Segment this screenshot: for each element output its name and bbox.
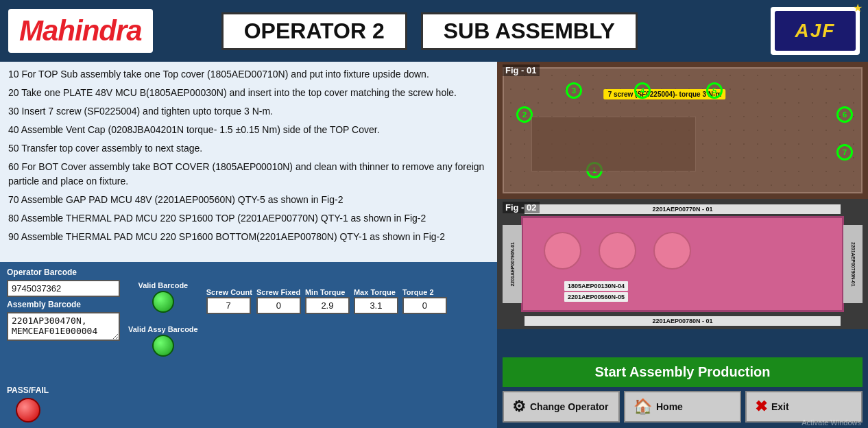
exit-icon: ✖ — [755, 398, 767, 416]
ajf-text: AJF — [795, 20, 836, 42]
valid-barcode-group: Valid Barcode — [128, 281, 198, 313]
valid-assy-barcode-indicator — [152, 335, 174, 357]
ajf-bg: AJF ★ — [775, 11, 856, 51]
screw-count-input[interactable] — [206, 297, 251, 314]
valid-assy-barcode-label: Valid Assy Barcode — [128, 325, 198, 333]
circle-pad-1 — [544, 232, 581, 270]
torque2-input[interactable] — [402, 297, 447, 314]
change-operator-button[interactable]: ⚙ Change Operator — [503, 391, 620, 423]
assembly-barcode-input[interactable]: 2201AP300470N, MEMCEAF01E000004 — [7, 312, 120, 341]
fig01-label: Fig - 01 — [503, 64, 540, 76]
circle-pad-3 — [653, 232, 691, 270]
pass-fail-indicator — [16, 398, 40, 423]
home-button[interactable]: 🏠 Home — [624, 391, 741, 423]
right-panel: Fig - 01 7 screw (SF0225004)- torque 3 N… — [497, 62, 868, 428]
fig02-label: Fig - 02 — [503, 202, 540, 213]
screw-fixed-group: Screw Fixed — [256, 288, 301, 314]
screw-fixed-input[interactable] — [256, 297, 301, 314]
mahindra-logo: Mahindra — [8, 9, 153, 53]
operator-label: OPERATOR 2 — [221, 12, 407, 50]
instruction-line-8: 80 Assemble THERMAL PAD MCU 220 SP1600 T… — [8, 211, 489, 226]
start-assembly-button[interactable]: Start Assembly Production — [503, 357, 863, 387]
image-section: Fig - 01 7 screw (SF0225004)- torque 3 N… — [497, 62, 868, 352]
min-torque-label: Min Torque — [305, 288, 350, 296]
assembly-barcode-label: Assembly Barcode — [7, 300, 120, 309]
screw-marker-6: 6 — [836, 106, 853, 123]
change-operator-label: Change Operator — [530, 401, 608, 412]
min-torque-group: Min Torque — [305, 288, 350, 314]
instructions-panel: 10 For TOP Sub assembly take one Top cov… — [0, 62, 497, 428]
instruction-line-2: 20 Take one PLATE 48V MCU B(1805AEP00030… — [8, 86, 489, 100]
activate-windows-text: Activate Windows — [801, 418, 861, 427]
action-buttons: Start Assembly Production ⚙ Change Opera… — [497, 352, 868, 428]
header: Mahindra OPERATOR 2 SUB ASSEMBLY AJF ★ — [0, 0, 868, 62]
pad-label1: 2201AEP00560N-05 — [564, 292, 628, 302]
screw-fixed-label: Screw Fixed — [256, 288, 301, 296]
valid-barcode-label: Valid Barcode — [138, 281, 188, 289]
screw-count-label: Screw Count — [206, 288, 252, 296]
screw-marker-7: 7 — [836, 144, 853, 160]
valid-barcode-indicator — [152, 291, 174, 313]
fig02-image: Fig - 02 2201AEP00770N - 01 2201AEP00790… — [497, 199, 868, 329]
main-content: 10 For TOP Sub assembly take one Top cov… — [0, 62, 868, 428]
bottom-controls: Operator Barcode Assembly Barcode 2201AP… — [0, 262, 497, 428]
side-label-right: 2201AEP00790N-01 — [843, 225, 863, 303]
valid-indicators: Valid Barcode Valid Assy Barcode — [128, 280, 198, 357]
ajf-star-icon: ★ — [853, 7, 860, 14]
instruction-line-6: 60 For BOT Cover assembly take BOT COVER… — [8, 160, 489, 189]
min-torque-input[interactable] — [305, 297, 350, 314]
instruction-line-7: 70 Assemble GAP PAD MCU 48V (2201AEP0056… — [8, 193, 489, 207]
logo-text: Mahindra — [19, 14, 142, 47]
screw-count-group: Screw Count — [206, 288, 252, 314]
operator-barcode-label: Operator Barcode — [7, 268, 120, 277]
ajf-logo: AJF ★ — [771, 7, 860, 55]
operator-barcode-input[interactable] — [7, 280, 120, 297]
home-label: Home — [656, 401, 683, 412]
pad-label2: 1805AEP00130N-04 — [564, 281, 628, 291]
gear-icon: ⚙ — [512, 398, 526, 416]
pass-fail-group: PASS/FAIL — [7, 385, 49, 423]
max-torque-label: Max Torque — [354, 288, 398, 296]
screw-fields: Screw Count Screw Fixed Min Torque Max T… — [206, 288, 447, 314]
top-bar-label: 2201AEP00770N - 01 — [525, 204, 841, 214]
screw-marker-3: 3 — [566, 82, 582, 99]
screw-row: Screw Count Screw Fixed Min Torque Max T… — [206, 288, 447, 314]
side-label-left: 2201AEP00790N-01 — [503, 225, 522, 303]
screw-marker-4: 4 — [634, 82, 651, 99]
pass-fail-label: PASS/FAIL — [7, 385, 49, 395]
valid-assy-barcode-group: Valid Assy Barcode — [128, 325, 198, 357]
instruction-line-5: 50 Transfer top cover assembly to next s… — [8, 141, 489, 156]
circle-pad-2 — [599, 232, 636, 270]
operator-barcode-group: Operator Barcode Assembly Barcode 2201AP… — [7, 268, 120, 341]
instruction-line-3: 30 Insert 7 screw (SF0225004) and tighte… — [8, 104, 489, 119]
screw-marker-2: 2 — [516, 106, 533, 123]
subassembly-label: SUB ASSEMBLY — [421, 12, 638, 50]
fig01-image: Fig - 01 7 screw (SF0225004)- torque 3 N… — [497, 62, 868, 199]
instruction-line-9: 90 Assemble THERMAL PAD MCU 220 SP1600 B… — [8, 230, 489, 244]
max-torque-group: Max Torque — [354, 288, 398, 314]
torque2-group: Torque 2 — [402, 288, 447, 314]
instruction-line-1: 10 For TOP Sub assembly take one Top cov… — [8, 67, 489, 82]
max-torque-input[interactable] — [354, 297, 398, 314]
bottom-label: 2201AEP00780N - 01 — [525, 316, 841, 326]
instructions-text: 10 For TOP Sub assembly take one Top cov… — [0, 62, 497, 262]
exit-label: Exit — [771, 401, 789, 412]
screw-marker-5: 5 — [706, 82, 723, 99]
instruction-line-4: 40 Assemble Vent Cap (0208JBA04201N torq… — [8, 123, 489, 137]
home-icon: 🏠 — [634, 398, 652, 416]
torque2-label: Torque 2 — [402, 288, 447, 296]
